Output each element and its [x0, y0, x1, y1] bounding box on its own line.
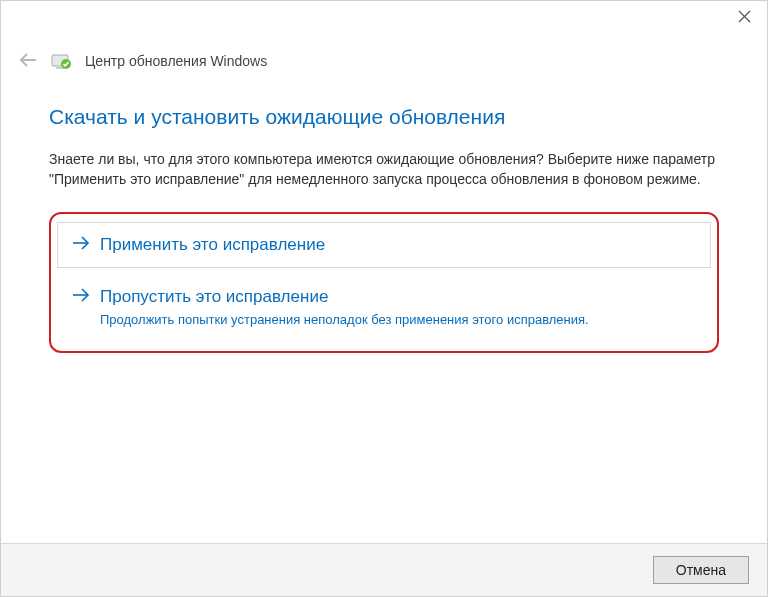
windows-update-icon [51, 53, 71, 69]
footer: Отмена [1, 543, 767, 596]
apply-fix-body: Применить это исправление [100, 234, 696, 256]
page-title: Скачать и установить ожидающие обновлени… [49, 105, 719, 129]
skip-fix-subtitle: Продолжить попытки устранения неполадок … [100, 312, 696, 327]
apply-fix-option[interactable]: Применить это исправление [57, 222, 711, 269]
titlebar [1, 1, 767, 37]
arrow-right-icon [72, 287, 90, 309]
header-row: Центр обновления Windows [1, 43, 767, 71]
back-arrow-icon [19, 51, 37, 71]
arrow-right-icon [72, 235, 90, 257]
header-title: Центр обновления Windows [85, 53, 267, 69]
apply-fix-title: Применить это исправление [100, 234, 696, 256]
page-description: Знаете ли вы, что для этого компьютера и… [49, 149, 719, 190]
close-icon[interactable] [735, 7, 753, 25]
skip-fix-option[interactable]: Пропустить это исправление Продолжить по… [57, 274, 711, 339]
cancel-button[interactable]: Отмена [653, 556, 749, 584]
content-area: Скачать и установить ожидающие обновлени… [1, 71, 767, 543]
troubleshooter-window: Центр обновления Windows Скачать и устан… [0, 0, 768, 597]
skip-fix-body: Пропустить это исправление Продолжить по… [100, 286, 696, 327]
highlighted-options: Применить это исправление Пропустить это… [49, 212, 719, 354]
skip-fix-title: Пропустить это исправление [100, 286, 696, 308]
